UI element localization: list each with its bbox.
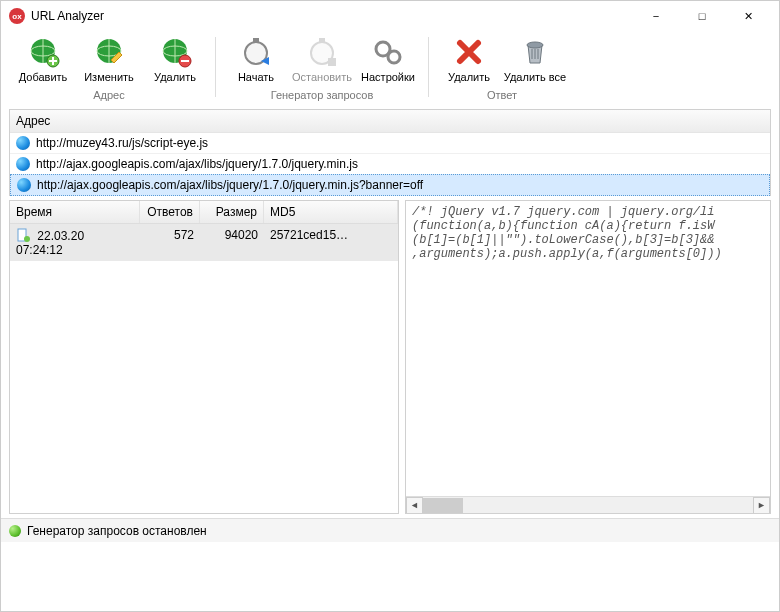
statusbar: Генератор запросов остановлен [1, 518, 779, 542]
delete-all-responses-button[interactable]: Удалить все [505, 33, 565, 85]
globe-icon [16, 136, 30, 150]
add-url-label: Добавить [19, 71, 68, 83]
toolbar-separator [215, 37, 216, 97]
response-preview[interactable]: /*! jQuery v1.7 jquery.com | jquery.org/… [406, 201, 770, 513]
stopwatch-play-icon [239, 35, 273, 69]
response-row[interactable]: 22.03.20 07:24:12 572 94020 25721ced15… [10, 224, 398, 261]
status-text: Генератор запросов остановлен [27, 524, 207, 538]
trash-icon [518, 35, 552, 69]
svg-point-20 [527, 42, 543, 48]
preview-pane: /*! jQuery v1.7 jquery.com | jquery.org/… [405, 200, 771, 514]
titlebar: ox URL Analyzer − □ ✕ [1, 1, 779, 31]
stop-label: Остановить [292, 71, 352, 83]
globe-add-icon [26, 35, 60, 69]
address-row[interactable]: http://ajax.googleapis.com/ajax/libs/jqu… [10, 154, 770, 175]
address-url: http://ajax.googleapis.com/ajax/libs/jqu… [37, 178, 423, 192]
svg-rect-13 [253, 38, 259, 42]
delete-response-button[interactable]: Удалить [439, 33, 499, 85]
toolbar-group-generator: Начать Остановить Настройки Генератор за… [220, 33, 424, 101]
toolbar-group-generator-label: Генератор запросов [271, 89, 374, 101]
svg-point-22 [24, 236, 30, 242]
delete-all-responses-label: Удалить все [504, 71, 566, 83]
edit-url-button[interactable]: Изменить [79, 33, 139, 85]
gears-icon [371, 35, 405, 69]
stop-button: Остановить [292, 33, 352, 85]
delete-url-button[interactable]: Удалить [145, 33, 205, 85]
svg-rect-11 [181, 60, 189, 62]
document-icon [16, 228, 30, 242]
svg-rect-16 [319, 38, 325, 42]
scroll-thumb[interactable] [423, 498, 463, 513]
minimize-button[interactable]: − [633, 1, 679, 31]
address-url: http://muzey43.ru/js/script-eye.js [36, 136, 208, 150]
settings-label: Настройки [361, 71, 415, 83]
responses-header-row: Время Ответов Размер MD5 [10, 201, 398, 224]
col-md5-header[interactable]: MD5 [264, 201, 398, 223]
response-md5: 25721ced15… [264, 224, 398, 261]
stopwatch-stop-icon [305, 35, 339, 69]
horizontal-scrollbar[interactable]: ◄ ► [406, 496, 770, 513]
edit-url-label: Изменить [84, 71, 134, 83]
toolbar-group-response: Удалить Удалить все Ответ [433, 33, 571, 101]
scroll-right-icon[interactable]: ► [753, 497, 770, 514]
close-button[interactable]: ✕ [725, 1, 771, 31]
scroll-left-icon[interactable]: ◄ [406, 497, 423, 514]
responses-pane: Время Ответов Размер MD5 22.03.20 07:24:… [9, 200, 399, 514]
col-size-header[interactable]: Размер [200, 201, 264, 223]
col-answers-header[interactable]: Ответов [140, 201, 200, 223]
address-panel: Адрес http://muzey43.ru/js/script-eye.js… [9, 109, 771, 196]
toolbar: Добавить Изменить Удалить Адрес [1, 31, 779, 105]
toolbar-separator [428, 37, 429, 97]
start-label: Начать [238, 71, 274, 83]
delete-url-label: Удалить [154, 71, 196, 83]
status-indicator-icon [9, 525, 21, 537]
start-button[interactable]: Начать [226, 33, 286, 85]
delete-response-label: Удалить [448, 71, 490, 83]
response-size: 94020 [200, 224, 264, 261]
response-answers: 572 [140, 224, 200, 261]
address-url: http://ajax.googleapis.com/ajax/libs/jqu… [36, 157, 358, 171]
address-row[interactable]: http://muzey43.ru/js/script-eye.js [10, 133, 770, 154]
window-title: URL Analyzer [31, 9, 633, 23]
globe-icon [16, 157, 30, 171]
address-row[interactable]: http://ajax.googleapis.com/ajax/libs/jqu… [10, 174, 770, 196]
toolbar-group-address: Добавить Изменить Удалить Адрес [7, 33, 211, 101]
toolbar-group-address-label: Адрес [93, 89, 125, 101]
address-header[interactable]: Адрес [10, 110, 770, 133]
add-url-button[interactable]: Добавить [13, 33, 73, 85]
x-icon [452, 35, 486, 69]
globe-icon [17, 178, 31, 192]
svg-point-19 [388, 51, 400, 63]
globe-edit-icon [92, 35, 126, 69]
address-list: http://muzey43.ru/js/script-eye.js http:… [10, 133, 770, 196]
col-time-header[interactable]: Время [10, 201, 140, 223]
settings-button[interactable]: Настройки [358, 33, 418, 85]
toolbar-group-response-label: Ответ [487, 89, 517, 101]
app-icon: ox [9, 8, 25, 24]
svg-rect-17 [328, 58, 336, 66]
maximize-button[interactable]: □ [679, 1, 725, 31]
globe-delete-icon [158, 35, 192, 69]
